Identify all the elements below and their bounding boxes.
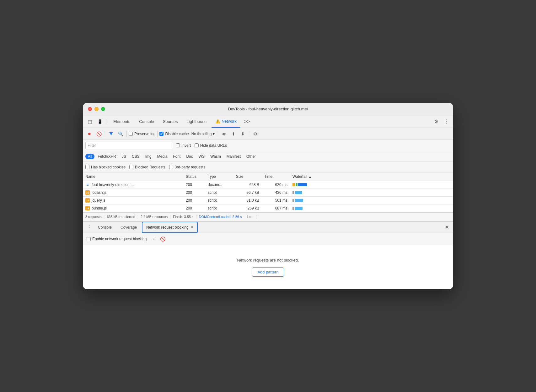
devtools-window: DevTools - foul-heavenly-direction.glitc… — [83, 103, 453, 289]
table-row[interactable]: JSbundle.js200script269 kB687 ms — [83, 204, 453, 212]
table-row[interactable]: JSjquery.js200script81.0 kB501 ms — [83, 197, 453, 204]
toolbar-sep-2 — [126, 131, 127, 137]
toolbar-sep-3 — [157, 131, 158, 137]
close-button[interactable] — [88, 107, 92, 111]
type-filter-ws[interactable]: WS — [196, 154, 207, 159]
export-icon[interactable]: ⬇ — [239, 130, 247, 138]
maximize-button[interactable] — [101, 107, 105, 111]
remove-all-patterns-btn[interactable]: 🚫 — [159, 236, 166, 242]
type-filter-media[interactable]: Media — [155, 154, 170, 159]
blocked-cookies-label[interactable]: Has blocked cookies — [85, 165, 126, 169]
no-blocking-message: Network requests are not blocked. — [237, 258, 299, 262]
network-conditions-icon[interactable] — [220, 130, 228, 138]
type-filter-manifest[interactable]: Manifest — [224, 154, 243, 159]
close-bottom-panel-button[interactable]: ✕ — [443, 224, 451, 231]
type-filter-font[interactable]: Font — [170, 154, 183, 159]
record-button[interactable]: ● — [85, 130, 94, 138]
network-settings-icon[interactable]: ⚙ — [251, 130, 259, 138]
cursor-icon[interactable]: ⬚ — [85, 117, 94, 126]
disable-cache-checkbox-label[interactable]: Disable cache — [159, 132, 189, 136]
type-filter-js[interactable]: JS — [119, 154, 129, 159]
status-bar: 8 requests 633 kB transferred 2.4 MB res… — [83, 212, 453, 221]
third-party-label[interactable]: 3rd-party requests — [169, 165, 205, 169]
waterfall-bar — [292, 183, 451, 186]
tab-bar: ⬚ 📱 Elements Console Sources Lighthouse … — [83, 115, 453, 128]
more-options-icon[interactable]: ⋮ — [442, 117, 451, 126]
tab-network[interactable]: ⚠️ Network — [212, 115, 240, 128]
table-row[interactable]: ≡foul-heavenly-direction....200docum...6… — [83, 181, 453, 189]
clear-button[interactable]: 🚫 — [95, 130, 103, 138]
invert-checkbox[interactable] — [176, 143, 180, 147]
bottom-tab-console[interactable]: Console — [94, 222, 115, 233]
toolbar-sep-5 — [249, 131, 249, 137]
blocked-requests-checkbox[interactable] — [129, 165, 133, 169]
add-pattern-button[interactable]: Add pattern — [252, 268, 284, 277]
col-header-waterfall[interactable]: Waterfall ▲ — [290, 172, 453, 181]
col-header-size[interactable]: Size — [233, 172, 262, 181]
waterfall-bar — [292, 191, 451, 194]
devtools-body: ⬚ 📱 Elements Console Sources Lighthouse … — [83, 115, 453, 289]
blocked-cookies-checkbox[interactable] — [85, 165, 89, 169]
hide-data-urls-checkbox[interactable] — [195, 143, 199, 147]
type-filter-all[interactable]: All — [85, 154, 94, 159]
third-party-checkbox[interactable] — [169, 165, 173, 169]
tab-elements[interactable]: Elements — [110, 115, 134, 128]
search-button[interactable]: 🔍 — [116, 130, 125, 138]
blocking-actions: + 🚫 — [150, 236, 166, 242]
network-table: Name Status Type Size Time Waterfall ▲ — [83, 172, 453, 212]
transferred-size: 633 kB transferred — [104, 215, 138, 219]
toolbar-sep-4 — [218, 131, 218, 137]
more-tabs-button[interactable]: >> — [242, 119, 253, 124]
settings-icon[interactable]: ⚙ — [432, 117, 441, 126]
type-filter-wasm[interactable]: Wasm — [208, 154, 223, 159]
blocked-requests-label[interactable]: Blocked Requests — [129, 165, 165, 169]
col-header-type[interactable]: Type — [205, 172, 233, 181]
disable-cache-checkbox[interactable] — [159, 132, 163, 136]
filter-input[interactable] — [85, 142, 173, 149]
waterfall-bar — [292, 207, 451, 210]
add-pattern-icon-btn[interactable]: + — [150, 236, 157, 242]
waterfall-bar — [292, 199, 451, 202]
filter-button[interactable] — [107, 130, 115, 138]
col-header-status[interactable]: Status — [183, 172, 205, 181]
type-filter-fetch-xhr[interactable]: Fetch/XHR — [95, 154, 119, 159]
preserve-log-checkbox-label[interactable]: Preserve log — [129, 132, 155, 136]
tab-console[interactable]: Console — [135, 115, 158, 128]
minimize-button[interactable] — [94, 107, 99, 111]
col-header-time[interactable]: Time — [262, 172, 290, 181]
bottom-more-icon[interactable]: ⋮ — [85, 224, 93, 231]
tab-lighthouse[interactable]: Lighthouse — [183, 115, 211, 128]
tab-sources[interactable]: Sources — [159, 115, 182, 128]
table-row[interactable]: JSlodash.js200script96.7 kB436 ms — [83, 189, 453, 197]
table-body: ≡foul-heavenly-direction....200docum...6… — [83, 181, 453, 212]
type-filter-bar: AllFetch/XHRJSCSSImgMediaFontDocWSWasmMa… — [83, 151, 453, 162]
mobile-icon[interactable]: 📱 — [95, 117, 104, 126]
resources-size: 2.4 MB resources — [138, 215, 170, 219]
type-filter-doc[interactable]: Doc — [184, 154, 195, 159]
type-filter-img[interactable]: Img — [143, 154, 154, 159]
throttle-select[interactable]: No throttling ▾ — [190, 131, 216, 137]
bottom-tab-network-request-blocking[interactable]: Network request blocking ✕ — [142, 222, 198, 233]
dom-content-loaded: DOMContentLoaded: 2.86 s — [196, 215, 244, 219]
col-header-name[interactable]: Name — [83, 172, 183, 181]
finish-time: Finish: 3.55 s — [170, 215, 196, 219]
close-tab-icon[interactable]: ✕ — [190, 225, 193, 229]
blocking-panel: Enable network request blocking + 🚫 — [83, 233, 453, 245]
type-filter-other[interactable]: Other — [244, 154, 258, 159]
doc-icon: ≡ — [85, 183, 90, 187]
js-icon: JS — [85, 190, 90, 195]
js-icon: JS — [85, 198, 90, 203]
title-bar: DevTools - foul-heavenly-direction.glitc… — [83, 103, 453, 115]
bottom-panel: ⋮ Console Coverage Network request block… — [83, 221, 453, 289]
enable-blocking-label[interactable]: Enable network request blocking — [87, 237, 147, 241]
enable-blocking-checkbox[interactable] — [87, 237, 91, 241]
type-filter-css[interactable]: CSS — [129, 154, 142, 159]
hide-data-urls-checkbox-label[interactable]: Hide data URLs — [195, 143, 227, 148]
preserve-log-checkbox[interactable] — [129, 132, 133, 136]
bottom-tab-coverage[interactable]: Coverage — [117, 222, 141, 233]
table-header-row: Name Status Type Size Time Waterfall ▲ — [83, 172, 453, 181]
network-table-container: Name Status Type Size Time Waterfall ▲ — [83, 172, 453, 212]
import-icon[interactable]: ⬆ — [229, 130, 238, 138]
invert-checkbox-label[interactable]: Invert — [176, 143, 191, 148]
filter-bar: Invert Hide data URLs — [83, 140, 453, 151]
